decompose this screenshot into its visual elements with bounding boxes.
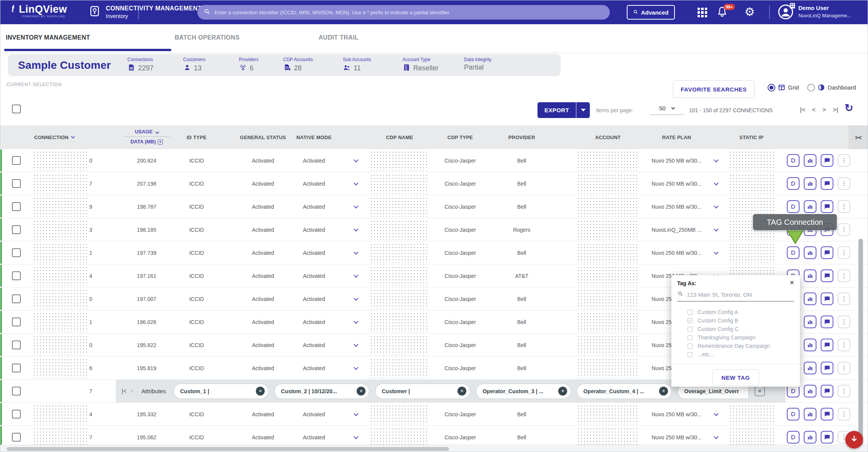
close-icon[interactable]: ✕: [790, 279, 795, 286]
chevron-down-icon[interactable]: [714, 411, 719, 416]
app-logo[interactable]: LinQView: [10, 4, 67, 15]
row-checkbox[interactable]: [12, 179, 21, 188]
tag-option[interactable]: Custom Config C: [688, 325, 770, 333]
more-actions-button[interactable]: [838, 362, 850, 374]
tag-connection-button[interactable]: [787, 177, 800, 190]
radio-selected[interactable]: [768, 84, 775, 91]
more-actions-button[interactable]: [838, 316, 850, 328]
tag-connection-button[interactable]: [787, 408, 800, 420]
more-actions-button[interactable]: [838, 269, 850, 282]
usage-chart-button[interactable]: [804, 292, 816, 305]
connection-search[interactable]: [197, 5, 610, 20]
export-menu-button[interactable]: [576, 102, 590, 118]
close-icon[interactable]: ✕: [754, 386, 765, 396]
close-icon[interactable]: ✕: [357, 387, 366, 396]
prev-page-icon[interactable]: <: [131, 388, 134, 395]
notes-button[interactable]: [821, 339, 833, 351]
usage-chart-button[interactable]: [804, 385, 816, 397]
export-split-button[interactable]: EXPORT: [537, 102, 590, 118]
checkbox-unchecked-icon[interactable]: [688, 335, 693, 340]
row-checkbox[interactable]: [12, 294, 21, 303]
export-button[interactable]: EXPORT: [537, 102, 576, 118]
tag-option[interactable]: ...etc...: [688, 350, 770, 359]
usage-chart-button[interactable]: [804, 408, 816, 420]
row-checkbox[interactable]: [12, 271, 21, 280]
next-page-icon[interactable]: >: [822, 106, 826, 114]
row-checkbox[interactable]: [12, 202, 21, 211]
notes-button[interactable]: [821, 154, 833, 167]
close-icon[interactable]: ✕: [558, 387, 567, 396]
chevron-down-icon[interactable]: [354, 204, 359, 209]
first-page-icon[interactable]: |<: [122, 388, 127, 395]
notes-button[interactable]: [821, 269, 833, 282]
chevron-down-icon[interactable]: [354, 273, 359, 278]
vertical-scrollbar[interactable]: [858, 239, 863, 448]
more-actions-button[interactable]: [838, 200, 850, 213]
more-actions-button[interactable]: [838, 408, 850, 420]
more-actions-button[interactable]: [838, 223, 850, 236]
tag-connection-button[interactable]: [787, 246, 800, 259]
chevron-down-icon[interactable]: [354, 342, 359, 347]
chevron-down-icon[interactable]: [714, 158, 719, 163]
chevron-down-icon[interactable]: [354, 296, 359, 301]
row-checkbox[interactable]: [12, 387, 21, 396]
row-checkbox[interactable]: [12, 156, 21, 165]
refresh-icon[interactable]: ↻: [845, 102, 853, 114]
more-actions-button[interactable]: [838, 246, 850, 259]
select-all-checkbox[interactable]: [12, 105, 21, 113]
row-checkbox[interactable]: [12, 364, 21, 372]
usage-chart-button[interactable]: [804, 200, 816, 213]
tag-connection-button[interactable]: [787, 431, 800, 444]
tag-option[interactable]: Remembrance Day Campaign: [688, 342, 770, 350]
chevron-down-icon[interactable]: [714, 250, 719, 255]
tab-inventory-management[interactable]: INVENTORY MANAGEMENT: [6, 24, 90, 52]
tag-connection-button[interactable]: [787, 200, 800, 213]
tag-connection-button[interactable]: [787, 154, 800, 167]
chevron-down-icon[interactable]: [354, 227, 359, 232]
items-per-page-select[interactable]: 50: [650, 105, 684, 115]
search-input[interactable]: [214, 10, 604, 15]
chevron-down-icon[interactable]: [354, 434, 359, 439]
more-actions-button[interactable]: [838, 177, 850, 190]
first-page-icon[interactable]: |<: [800, 106, 805, 114]
tab-batch-operations[interactable]: BATCH OPERATIONS: [175, 24, 240, 52]
tag-search-input[interactable]: [687, 291, 794, 298]
usage-chart-button[interactable]: [804, 154, 816, 167]
checkbox-unchecked-icon[interactable]: [688, 352, 693, 357]
notes-button[interactable]: [821, 408, 833, 420]
more-actions-button[interactable]: [838, 154, 850, 167]
row-checkbox[interactable]: [12, 248, 21, 257]
gear-icon[interactable]: ⚙: [744, 5, 755, 19]
column-usage[interactable]: USAGE DATA (MB)▾: [120, 125, 174, 149]
row-checkbox[interactable]: [12, 341, 21, 349]
notes-button[interactable]: [821, 200, 833, 213]
usage-chart-button[interactable]: [804, 177, 816, 190]
checkbox-unchecked-icon[interactable]: [688, 327, 693, 332]
collapse-columns-icon[interactable]: ><: [848, 125, 868, 149]
close-icon[interactable]: ✕: [256, 387, 265, 396]
chevron-down-icon[interactable]: [354, 411, 359, 416]
chevron-down-icon[interactable]: [354, 181, 359, 186]
more-actions-button[interactable]: [838, 292, 850, 305]
tab-audit-trail[interactable]: AUDIT TRAIL: [319, 24, 359, 52]
row-checkbox[interactable]: [12, 433, 21, 442]
view-option-dashboard[interactable]: Dashboard: [807, 83, 856, 91]
prev-page-icon[interactable]: <: [812, 106, 816, 114]
user-menu[interactable]: Demo User NuvoLinQ Manageme...: [778, 4, 851, 20]
notes-button[interactable]: [821, 246, 833, 259]
metric-dropdown-icon[interactable]: ▾: [158, 140, 163, 145]
notes-button[interactable]: [821, 316, 833, 328]
notifications-button[interactable]: 99+: [716, 5, 730, 19]
view-option-grid[interactable]: Grid: [768, 83, 799, 91]
chevron-down-icon[interactable]: [714, 227, 719, 232]
more-actions-button[interactable]: [838, 339, 850, 351]
notes-button[interactable]: [821, 362, 833, 374]
usage-chart-button[interactable]: [804, 269, 816, 282]
checkbox-checked-icon[interactable]: ✓: [688, 318, 693, 323]
horizontal-scrollbar[interactable]: [7, 447, 449, 451]
notes-button[interactable]: [821, 177, 833, 190]
chevron-down-icon[interactable]: [714, 181, 719, 186]
apps-grid-icon[interactable]: [698, 8, 707, 17]
scroll-to-bottom-button[interactable]: [845, 431, 863, 449]
chevron-down-icon[interactable]: [714, 434, 719, 439]
